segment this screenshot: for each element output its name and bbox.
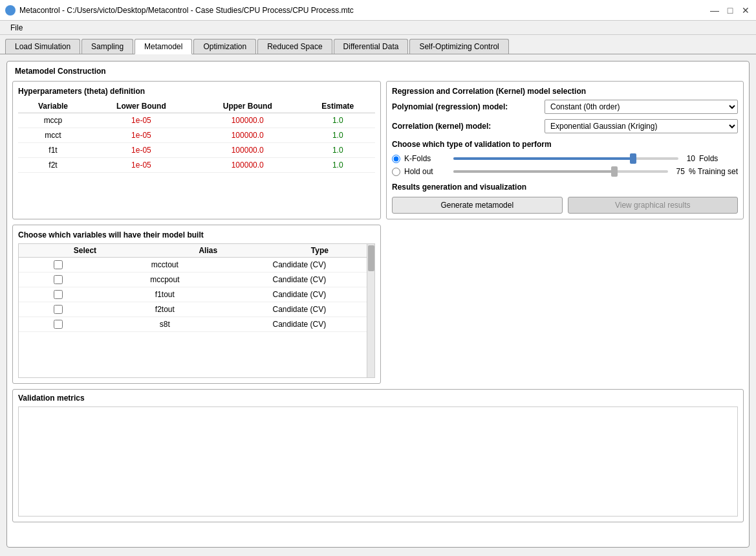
polynomial-row: Polynomial (regression) model: Constant … bbox=[392, 100, 738, 114]
variable-cell: f1t bbox=[18, 143, 88, 158]
holdout-label: Hold out bbox=[404, 167, 449, 176]
middle-section: Choose which variables will have their m… bbox=[12, 225, 744, 384]
polynomial-select[interactable]: Constant (0th order) Linear (1st order) … bbox=[545, 100, 738, 114]
upper-cell: 100000.0 bbox=[195, 143, 301, 158]
tab-sampling[interactable]: Sampling bbox=[81, 39, 133, 54]
tab-reduced-space[interactable]: Reduced Space bbox=[257, 39, 332, 54]
validation-metrics-title: Validation metrics bbox=[13, 390, 743, 406]
correlation-select[interactable]: Exponential Gaussian (Kriging) Gaussian … bbox=[545, 119, 738, 133]
outer-panel: Metamodel Construction Hyperparameters (… bbox=[6, 61, 750, 548]
upper-cell: 100000.0 bbox=[195, 158, 301, 173]
estimate-cell: 1.0 bbox=[301, 158, 375, 173]
scroll-thumb bbox=[368, 245, 374, 271]
tabs-bar: Load Simulation Sampling Metamodel Optim… bbox=[0, 35, 756, 54]
type-cell: Candidate (CV) bbox=[232, 258, 367, 272]
tab-optimization[interactable]: Optimization bbox=[193, 39, 256, 54]
right-placeholder bbox=[386, 225, 744, 384]
kfolds-unit: Folds bbox=[699, 154, 738, 163]
tab-load-simulation[interactable]: Load Simulation bbox=[5, 39, 80, 54]
var-select-panel: Choose which variables will have their m… bbox=[12, 225, 381, 384]
maximize-button[interactable]: □ bbox=[725, 5, 735, 16]
alias-cell: f2tout bbox=[98, 302, 232, 317]
regression-panel: Regression and Correlation (Kernel) mode… bbox=[386, 81, 744, 219]
kfolds-radio[interactable] bbox=[392, 155, 400, 163]
kfolds-value: 10 bbox=[682, 154, 695, 163]
var-checkbox[interactable] bbox=[54, 275, 63, 284]
variable-cell: mcct bbox=[18, 128, 88, 143]
validation-metrics-body bbox=[18, 406, 738, 517]
tab-self-optimizing[interactable]: Self-Optimizing Control bbox=[409, 39, 508, 54]
minimize-button[interactable]: — bbox=[709, 5, 720, 16]
select-cell bbox=[19, 272, 98, 287]
title-bar-text: Metacontrol - C:/Users/victo/Desktop/Met… bbox=[19, 6, 709, 15]
type-cell: Candidate (CV) bbox=[232, 272, 367, 287]
upper-cell: 100000.0 bbox=[195, 128, 301, 143]
view-graphical-button[interactable]: View graphical results bbox=[568, 197, 739, 214]
var-checkbox[interactable] bbox=[54, 305, 63, 314]
list-item: mcctout Candidate (CV) bbox=[19, 258, 367, 272]
menu-file[interactable]: File bbox=[5, 22, 28, 34]
var-checkbox[interactable] bbox=[54, 260, 63, 269]
lower-cell: 1e-05 bbox=[88, 143, 195, 158]
col-estimate: Estimate bbox=[301, 100, 375, 113]
top-section: Hyperparameters (theta) definition Varia… bbox=[12, 81, 744, 219]
correlation-row: Correlation (kernel) model: Exponential … bbox=[392, 119, 738, 133]
lower-cell: 1e-05 bbox=[88, 158, 195, 173]
alias-cell: s8t bbox=[98, 317, 232, 332]
variable-cell: f2t bbox=[18, 158, 88, 173]
results-section: Results generation and visualization Gen… bbox=[392, 183, 738, 214]
var-table-body: mcctout Candidate (CV) mccpout Candidate… bbox=[19, 258, 367, 332]
col-alias: Alias bbox=[151, 244, 265, 258]
alias-cell: f1tout bbox=[98, 287, 232, 302]
alias-cell: mccpout bbox=[98, 272, 232, 287]
var-checkbox[interactable] bbox=[54, 320, 63, 329]
select-cell bbox=[19, 287, 98, 302]
alias-cell: mcctout bbox=[98, 258, 232, 272]
generate-metamodel-button[interactable]: Generate metamodel bbox=[392, 197, 563, 214]
var-table-scroll[interactable]: mcctout Candidate (CV) mccpout Candidate… bbox=[19, 258, 374, 377]
right-panel: Regression and Correlation (Kernel) mode… bbox=[386, 81, 744, 219]
tab-differential-data[interactable]: Differential Data bbox=[334, 39, 409, 54]
list-item: mccpout Candidate (CV) bbox=[19, 272, 367, 287]
kfolds-label: K-Folds bbox=[404, 154, 449, 163]
holdout-unit: % Training set bbox=[689, 167, 738, 176]
var-checkbox[interactable] bbox=[54, 290, 63, 299]
lower-cell: 1e-05 bbox=[88, 128, 195, 143]
outer-panel-title: Metamodel Construction bbox=[12, 67, 744, 76]
tab-metamodel[interactable]: Metamodel bbox=[135, 39, 192, 54]
main-content: Metamodel Construction Hyperparameters (… bbox=[0, 54, 756, 554]
hyperparameters-title: Hyperparameters (theta) definition bbox=[18, 87, 375, 96]
title-bar-controls: — □ ✕ bbox=[709, 5, 751, 16]
holdout-slider-thumb[interactable] bbox=[611, 166, 618, 177]
var-table-wrapper: Select Alias Type bbox=[18, 243, 375, 378]
kfolds-slider-thumb[interactable] bbox=[630, 153, 636, 164]
table-row: f1t 1e-05 100000.0 1.0 bbox=[18, 143, 375, 158]
kfolds-row: K-Folds 10 Folds bbox=[392, 154, 738, 163]
validation-metrics-panel: Validation metrics bbox=[12, 389, 744, 522]
table-row: f2t 1e-05 100000.0 1.0 bbox=[18, 158, 375, 173]
type-cell: Candidate (CV) bbox=[232, 287, 367, 302]
holdout-value: 75 bbox=[672, 167, 685, 176]
kfolds-slider-container: 10 Folds bbox=[453, 154, 738, 163]
holdout-radio[interactable] bbox=[392, 168, 400, 176]
close-button[interactable]: ✕ bbox=[740, 5, 751, 16]
validation-title: Choose which type of validation to perfo… bbox=[392, 140, 738, 149]
var-select-title: Choose which variables will have their m… bbox=[18, 230, 375, 239]
select-cell bbox=[19, 317, 98, 332]
list-item: s8t Candidate (CV) bbox=[19, 317, 367, 332]
type-cell: Candidate (CV) bbox=[232, 317, 367, 332]
holdout-row: Hold out 75 % Training set bbox=[392, 167, 738, 176]
correlation-label: Correlation (kernel) model: bbox=[392, 122, 541, 131]
estimate-cell: 1.0 bbox=[301, 128, 375, 143]
variable-cell: mccp bbox=[18, 113, 88, 128]
hyperparameters-table: Variable Lower Bound Upper Bound Estimat… bbox=[18, 100, 375, 173]
results-title: Results generation and visualization bbox=[392, 183, 738, 192]
upper-cell: 100000.0 bbox=[195, 113, 301, 128]
estimate-cell: 1.0 bbox=[301, 113, 375, 128]
scrollbar[interactable] bbox=[367, 244, 374, 377]
validation-section: Choose which type of validation to perfo… bbox=[392, 140, 738, 176]
col-upper: Upper Bound bbox=[195, 100, 301, 113]
table-row: mccp 1e-05 100000.0 1.0 bbox=[18, 113, 375, 128]
lower-cell: 1e-05 bbox=[88, 113, 195, 128]
app-icon bbox=[5, 5, 16, 16]
